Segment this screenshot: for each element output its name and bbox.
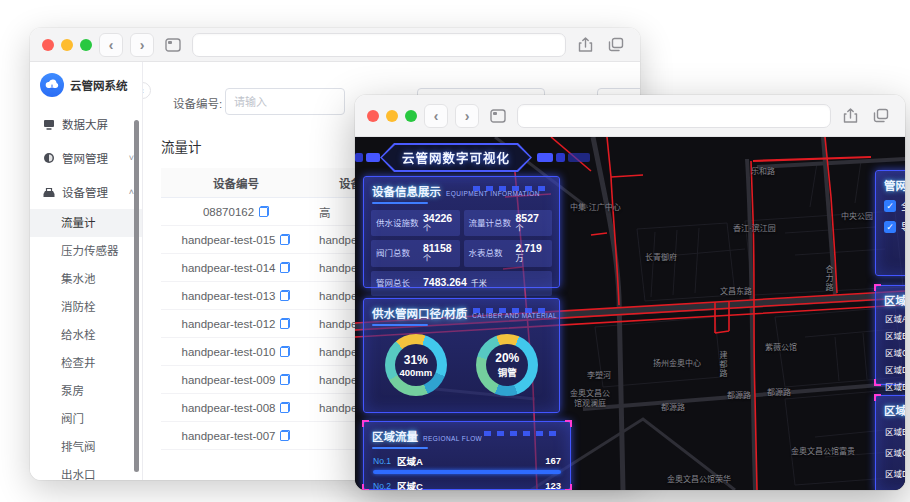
caliber-donut-chart: 31% 400mm bbox=[385, 334, 447, 396]
map-label: 都源路 bbox=[767, 386, 791, 397]
sidebar-toggle-icon[interactable] bbox=[161, 33, 185, 57]
panel-decoration bbox=[473, 308, 551, 313]
region-legend-item: 区域B bbox=[876, 326, 905, 343]
app-title: 云管网系统 bbox=[70, 77, 128, 93]
material-donut-chart: 20% 铜管 bbox=[476, 334, 538, 396]
map-label: 金奥文昌公馆富贵 bbox=[791, 445, 855, 456]
layer-option-import[interactable]: 导入 bbox=[876, 215, 905, 236]
map-label: 中央公园 bbox=[841, 210, 873, 221]
region-flow-item: 区域D bbox=[876, 461, 905, 482]
sidebar-subitem-pressure-sensor[interactable]: 压力传感器 bbox=[30, 237, 142, 265]
copy-icon[interactable] bbox=[280, 318, 290, 329]
share-icon[interactable] bbox=[838, 104, 862, 128]
panel-decoration bbox=[473, 186, 551, 191]
maximize-window-button[interactable] bbox=[405, 110, 417, 122]
region-stats-panel: 区域统计 区域A 区域B 区域C 区域D 区域E 0 bbox=[875, 285, 905, 385]
region-flow-panel: 区域流量 区域B 区域C 区域D 区域E bbox=[875, 395, 905, 490]
copy-icon[interactable] bbox=[259, 206, 269, 217]
screen-icon bbox=[43, 119, 55, 130]
sidebar-toggle-icon[interactable] bbox=[486, 104, 510, 128]
checkbox-checked-icon[interactable] bbox=[884, 200, 896, 212]
map-label: 金奥文昌公馆观澜庭 bbox=[569, 389, 611, 409]
map-label: 建都路 bbox=[717, 351, 728, 378]
minimize-window-button[interactable] bbox=[386, 110, 398, 122]
stat-flowmeters: 流量计总数 8527个 bbox=[464, 210, 553, 236]
map-label: 文昌东路 bbox=[720, 285, 752, 296]
tabs-overview-icon[interactable] bbox=[869, 104, 893, 128]
tabs-overview-icon[interactable] bbox=[604, 33, 628, 57]
region-flow-item: 区域B bbox=[876, 419, 905, 440]
caliber-material-panel: 供水管网口径/材质 CALIBER AND MATERIAL 31% 400mm… bbox=[363, 298, 560, 413]
page-title: 流量计 bbox=[161, 136, 202, 156]
copy-icon[interactable] bbox=[280, 234, 290, 245]
device-no-input[interactable] bbox=[225, 88, 345, 115]
map-label: 都源路 bbox=[661, 401, 685, 412]
sidebar-subitem-outlet[interactable]: 出水口 bbox=[30, 461, 142, 480]
app-sidebar: 云管网系统 数据大屏 管网管理 ˅ 设备管理 ˄ 流量计 压力传感器 集水池 消… bbox=[30, 62, 143, 480]
sidebar-subitem-pump-house[interactable]: 泵房 bbox=[30, 377, 142, 405]
sidebar-item-device-management[interactable]: 设备管理 ˄ bbox=[30, 175, 142, 209]
back-button[interactable]: ‹ bbox=[424, 104, 448, 128]
equipment-info-panel: 设备信息展示 EQUIPMENT INFORMATION 供水设施数 34226… bbox=[363, 176, 560, 288]
app-logo-icon bbox=[40, 73, 64, 97]
copy-icon[interactable] bbox=[280, 346, 290, 357]
dashboard-header: 云管网数字可视化 bbox=[355, 137, 905, 175]
copy-icon[interactable] bbox=[280, 374, 290, 385]
sidebar-subitem-fire-hydrant[interactable]: 消防栓 bbox=[30, 293, 142, 321]
sidebar-subitem-water-hydrant[interactable]: 给水栓 bbox=[30, 321, 142, 349]
share-icon[interactable] bbox=[573, 33, 597, 57]
copy-icon[interactable] bbox=[280, 290, 290, 301]
checkbox-checked-icon[interactable] bbox=[884, 221, 896, 233]
copy-icon[interactable] bbox=[280, 402, 290, 413]
browser-toolbar: ‹ › bbox=[355, 95, 905, 137]
stat-water-meters: 水表总数 2.719万 bbox=[464, 240, 553, 266]
gis-dashboard: 乐和路 中集·江广中心 香江·滨江园 中央公园 长青御府 文昌东路 合力路 扬州… bbox=[355, 137, 905, 490]
minimize-window-button[interactable] bbox=[61, 39, 73, 51]
device-no-label: 设备编号: bbox=[173, 95, 222, 111]
pipe-network-icon bbox=[43, 152, 55, 164]
address-bar[interactable] bbox=[517, 104, 831, 128]
dashboard-title: 云管网数字可视化 bbox=[402, 148, 510, 167]
map-label: 紫薇公馆 bbox=[765, 341, 797, 352]
maximize-window-button[interactable] bbox=[80, 39, 92, 51]
sidebar-subitem-valve[interactable]: 阀门 bbox=[30, 405, 142, 433]
back-button[interactable]: ‹ bbox=[99, 33, 123, 57]
address-bar[interactable] bbox=[192, 33, 566, 57]
close-window-button[interactable] bbox=[367, 110, 379, 122]
device-icon bbox=[43, 187, 55, 198]
region-flow-item: 区域C bbox=[876, 440, 905, 461]
stat-valves: 阀门总数 81158个 bbox=[371, 240, 460, 266]
copy-icon[interactable] bbox=[280, 262, 290, 273]
map-label: 香江·滨江园 bbox=[733, 222, 776, 233]
forward-button[interactable]: › bbox=[455, 104, 479, 128]
map-label: 都源路 bbox=[727, 389, 751, 400]
browser-toolbar: ‹ › bbox=[30, 28, 640, 62]
forward-button[interactable]: › bbox=[130, 33, 154, 57]
copy-icon[interactable] bbox=[280, 430, 290, 441]
panel-decoration bbox=[484, 431, 562, 436]
map-label: 金奥文昌公馆荣华 bbox=[667, 473, 731, 484]
sidebar-item-data-screen[interactable]: 数据大屏 bbox=[30, 107, 142, 141]
flow-bar bbox=[373, 470, 561, 474]
sidebar-subitem-flowmeter[interactable]: 流量计 bbox=[30, 209, 142, 237]
layer-option-select-all[interactable]: 全选 bbox=[876, 194, 905, 215]
sidebar-subitem-exhaust-valve[interactable]: 排气阀 bbox=[30, 433, 142, 461]
map-label: 中集·江广中心 bbox=[570, 201, 621, 212]
sidebar-item-pipe-management[interactable]: 管网管理 ˅ bbox=[30, 141, 142, 175]
sidebar-subitem-sump[interactable]: 集水池 bbox=[30, 265, 142, 293]
app-brand: 云管网系统 bbox=[30, 62, 142, 107]
flow-rank-row: No.2 区域C 123 bbox=[373, 478, 561, 490]
sidebar-subitem-inspection-well[interactable]: 检查井 bbox=[30, 349, 142, 377]
close-window-button[interactable] bbox=[42, 39, 54, 51]
map-label: 长青御府 bbox=[645, 251, 677, 262]
map-label: 合力路 bbox=[823, 265, 834, 292]
stat-water-facilities: 供水设施数 34226个 bbox=[371, 210, 460, 236]
map-label: 扬州金奥中心 bbox=[653, 357, 701, 368]
map-label: 李塑河 bbox=[587, 369, 611, 380]
region-legend-item: 区域A bbox=[876, 309, 905, 326]
region-legend-item: 区域D bbox=[876, 360, 905, 377]
layers-panel: 管网图层 全选 导入 bbox=[875, 170, 905, 276]
flow-rank-row: No.1 区域A 167 bbox=[373, 453, 561, 468]
stat-pipe-length: 管网总长 7483.264千米 bbox=[371, 271, 552, 296]
sidebar-scrollbar[interactable] bbox=[134, 120, 139, 472]
